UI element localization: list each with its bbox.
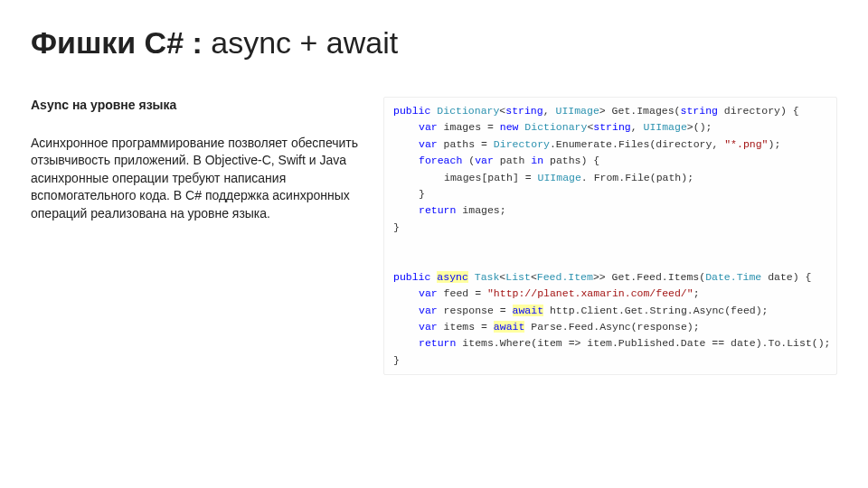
code-token: "*.png" <box>724 138 768 150</box>
code-token: ); <box>769 138 781 150</box>
code-token: images; <box>456 204 505 216</box>
code-token: ( <box>462 155 475 166</box>
code-token: var <box>419 321 438 333</box>
code-token: feed = <box>438 287 487 299</box>
code-token: } <box>393 354 400 366</box>
code-token: directory) { <box>718 105 799 117</box>
code-token: . From.File(path); <box>581 172 693 183</box>
code-token: items = <box>438 321 494 333</box>
code-token: foreach <box>419 155 462 166</box>
code-token: string <box>593 121 630 133</box>
code-token: var <box>419 121 438 133</box>
code-token: Get.Images( <box>606 105 681 117</box>
code-token: UIImage <box>644 121 687 133</box>
code-token: in <box>531 155 543 166</box>
code-token: response = <box>438 305 513 316</box>
code-token: Directory <box>494 138 550 150</box>
code-token: List <box>505 271 531 283</box>
title-rest: async + await <box>203 25 398 60</box>
left-column: Async на уровне языка Асинхронное програ… <box>31 97 365 375</box>
code-token: Dictionary <box>437 105 499 117</box>
code-token: var <box>419 138 438 150</box>
code-token: Task <box>475 271 500 283</box>
code-token: Parse.Feed.Async(response); <box>524 321 699 333</box>
code-token: > <box>687 121 693 133</box>
code-token: UIImage <box>538 172 581 183</box>
code-token: images = <box>438 121 500 133</box>
code-token: paths) { <box>543 155 599 166</box>
code-token: } <box>393 221 400 233</box>
code-token: } <box>419 188 425 200</box>
code-token: return <box>419 337 456 349</box>
code-token: string <box>505 105 542 117</box>
code-token: >> <box>593 271 606 283</box>
title-bold: Фишки C# : <box>31 25 203 60</box>
slide: Фишки C# : async + await Async на уровне… <box>0 0 868 393</box>
code-token: public <box>393 105 430 117</box>
code-token: .Enumerate.Files(directory, <box>550 138 724 150</box>
code-token: > <box>599 105 606 117</box>
code-token: Get.Feed.Items( <box>606 271 705 283</box>
code-token: "http://planet.xamarin.com/feed/" <box>487 287 693 299</box>
code-token: path <box>494 155 531 166</box>
code-token: < <box>531 271 537 283</box>
code-block: public Dictionary<string, UIImage> Get.I… <box>383 97 837 375</box>
code-token: paths = <box>438 138 494 150</box>
code-token: , <box>631 121 644 133</box>
code-token: UIImage <box>555 105 599 117</box>
code-token: new <box>500 121 519 133</box>
subheading: Async на уровне языка <box>31 97 365 115</box>
paragraph: Асинхронное программирование позволяет о… <box>31 135 365 223</box>
content-row: Async на уровне языка Асинхронное програ… <box>31 97 837 375</box>
code-token-highlight: await <box>513 305 544 316</box>
code-token: string <box>681 105 718 117</box>
code-token: ; <box>693 287 700 299</box>
code-token <box>468 271 475 283</box>
code-token: http.Client.Get.String.Async(feed); <box>543 305 768 316</box>
code-token: Feed.Item <box>537 271 593 283</box>
code-token: items.Where(item => item.Published.Date … <box>456 337 830 349</box>
code-token: , <box>543 105 556 117</box>
code-token-highlight: async <box>437 271 468 283</box>
code-token: return <box>419 204 456 216</box>
code-token: var <box>475 155 494 166</box>
code-token: var <box>419 305 438 316</box>
code-token: Date.Time <box>705 271 761 283</box>
code-token: var <box>419 287 438 299</box>
code-token: Dictionary <box>524 121 587 133</box>
slide-title: Фишки C# : async + await <box>31 25 837 61</box>
code-token: date) { <box>761 271 811 283</box>
code-token: images[path] = <box>444 172 538 183</box>
code-token: public <box>393 271 430 283</box>
code-token-highlight: await <box>494 321 525 333</box>
code-token: (); <box>693 121 712 133</box>
